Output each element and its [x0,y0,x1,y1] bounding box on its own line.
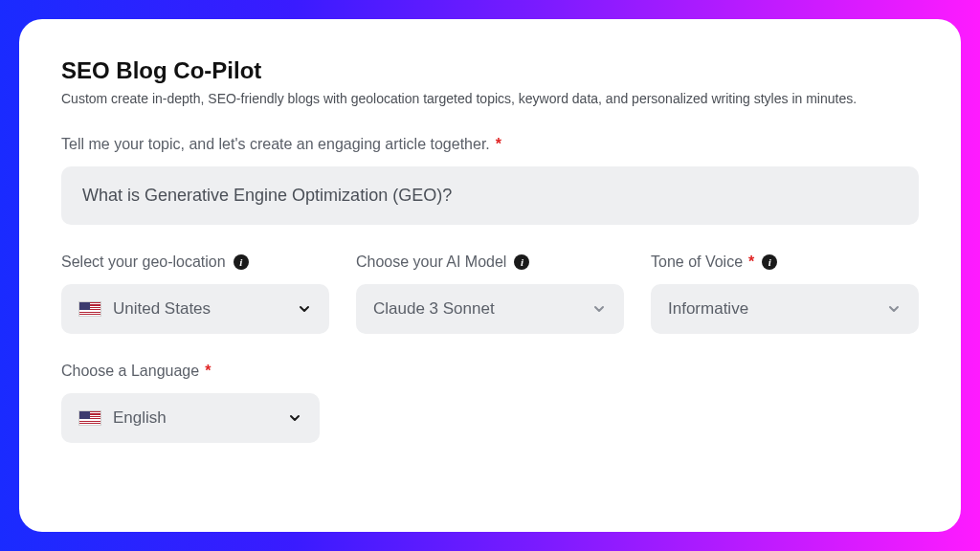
options-row: Select your geo-location i United States… [61,253,919,334]
language-select[interactable]: English [61,393,320,443]
language-label: Choose a Language * [61,363,919,380]
language-label-text: Choose a Language [61,363,199,380]
us-flag-icon [78,410,101,426]
model-value: Claude 3 Sonnet [373,299,495,319]
tone-label-text: Tone of Voice [651,253,743,271]
model-label-text: Choose your AI Model [356,253,506,271]
tone-label: Tone of Voice * i [651,253,919,271]
model-column: Choose your AI Model i Claude 3 Sonnet [356,253,624,334]
geo-label: Select your geo-location i [61,253,329,271]
info-icon[interactable]: i [234,254,249,270]
language-value: English [113,408,167,428]
model-label: Choose your AI Model i [356,253,624,271]
topic-label: Tell me your topic, and let's create an … [61,136,919,153]
topic-input[interactable] [61,166,919,225]
tone-value: Informative [668,299,748,319]
tone-column: Tone of Voice * i Informative [651,253,919,334]
topic-label-text: Tell me your topic, and let's create an … [61,136,490,153]
info-icon[interactable]: i [762,254,777,270]
required-asterisk: * [748,253,754,271]
page-title: SEO Blog Co-Pilot [61,57,919,84]
tone-select[interactable]: Informative [651,284,919,334]
required-asterisk: * [496,136,501,153]
chevron-down-icon [886,301,902,317]
language-block: Choose a Language * English [61,363,919,443]
model-select[interactable]: Claude 3 Sonnet [356,284,624,334]
required-asterisk: * [205,363,211,380]
us-flag-icon [78,301,101,317]
geo-label-text: Select your geo-location [61,253,226,271]
chevron-down-icon [297,301,312,317]
chevron-down-icon [287,410,302,426]
geo-column: Select your geo-location i United States [61,253,329,334]
geo-select[interactable]: United States [61,284,329,334]
form-card: SEO Blog Co-Pilot Custom create in-depth… [19,19,961,532]
page-subtitle: Custom create in-depth, SEO-friendly blo… [61,90,919,109]
chevron-down-icon [591,301,607,317]
geo-value: United States [113,299,211,319]
info-icon[interactable]: i [514,254,529,270]
